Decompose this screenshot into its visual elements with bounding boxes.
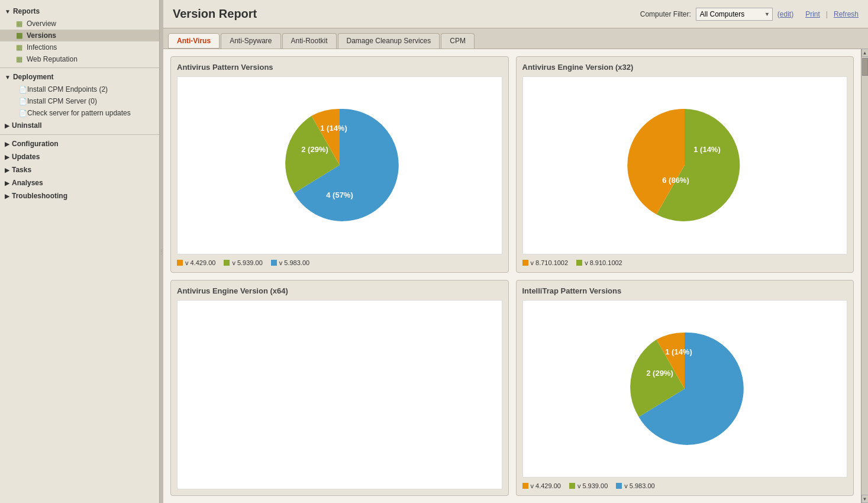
scroll-up-arrow[interactable]: ▲ — [861, 49, 869, 57]
install-cpm-server-icon: 📄 — [19, 98, 27, 105]
print-button[interactable]: Print — [805, 10, 820, 18]
sidebar-item-install-cpm-server[interactable]: 📄 Install CPM Server (0) — [0, 95, 159, 107]
chart-panel-engine-x32: Antivirus Engine Version (x32) 6 (86%) 1… — [516, 56, 854, 273]
sidebar-check-server-label: Check server for pattern updates — [27, 109, 131, 117]
legend-label-orange-1: v 4.429.00 — [185, 259, 215, 266]
legend-label-green-1: v 5.939.00 — [232, 259, 262, 266]
legend-item-orange-it: v 4.429.00 — [522, 482, 561, 489]
sidebar-item-versions[interactable]: ▦ Versions — [0, 30, 159, 41]
infections-icon: ▦ — [14, 43, 24, 51]
pie-label-green-text: 2 (29%) — [301, 145, 328, 154]
tab-antivirus[interactable]: Anti-Virus — [168, 33, 220, 49]
legend-label-orange-x32: v 8.710.1002 — [531, 259, 569, 266]
main-area: Version Report Computer Filter: All Comp… — [163, 0, 868, 503]
legend-dot-blue-it — [616, 483, 622, 489]
legend-dot-orange-1 — [177, 260, 183, 266]
scroll-track — [861, 57, 868, 495]
legend-label-green-x32: v 8.910.1002 — [585, 259, 622, 266]
sidebar-item-infections[interactable]: ▦ Infections — [0, 41, 159, 53]
legend-item-green-x32: v 8.910.1002 — [576, 259, 622, 266]
check-server-icon: 📄 — [19, 109, 27, 117]
sidebar-updates-label: Updates — [12, 153, 40, 161]
chart-grid: Antivirus Pattern Versions — [163, 49, 861, 503]
sidebar-versions-label: Versions — [27, 31, 56, 40]
configuration-arrow-icon: ▶ — [5, 141, 9, 147]
tab-cpm[interactable]: CPM — [441, 33, 475, 49]
sidebar-reports-header[interactable]: ▼ Reports — [0, 5, 159, 18]
computer-filter-select[interactable]: All Computers Group 1 Group 2 — [696, 8, 773, 21]
sidebar-install-cpm-server-label: Install CPM Server (0) — [27, 97, 97, 105]
sidebar-uninstall-label: Uninstall — [12, 121, 42, 130]
legend-dot-orange-it — [522, 483, 528, 489]
sidebar-updates-header[interactable]: ▶ Updates — [0, 150, 159, 163]
sidebar-deployment-label: Deployment — [13, 73, 54, 81]
legend-dot-green-1 — [224, 260, 230, 266]
sidebar-tasks-label: Tasks — [12, 166, 31, 174]
legend-antivirus-pattern: v 4.429.00 v 5.939.00 v 5.983.00 — [177, 259, 502, 266]
tab-damage-cleanup[interactable]: Damage Cleanup Services — [338, 33, 440, 49]
legend-engine-x32: v 8.710.1002 v 8.910.1002 — [522, 259, 848, 266]
chart-title-antivirus-pattern: Antivirus Pattern Versions — [177, 63, 502, 72]
legend-item-blue-1: v 5.983.00 — [271, 259, 309, 266]
filter-select-wrapper: All Computers Group 1 Group 2 — [696, 8, 773, 21]
legend-label-blue-it: v 5.983.00 — [624, 482, 654, 489]
sidebar-divider-1 — [0, 67, 159, 68]
pie-label-orange-x32: 1 (14%) — [693, 145, 721, 154]
legend-item-orange-1: v 4.429.00 — [177, 259, 215, 266]
web-reputation-icon: ▦ — [14, 55, 24, 63]
sidebar-configuration-label: Configuration — [12, 140, 59, 148]
sidebar-item-overview[interactable]: ▦ Overview — [0, 18, 159, 30]
chart-area-engine-x64 — [177, 300, 502, 490]
sidebar-uninstall-header[interactable]: ▶ Uninstall — [0, 119, 159, 132]
sidebar-analyses-header[interactable]: ▶ Analyses — [0, 176, 159, 189]
sidebar-reports-label: Reports — [13, 7, 40, 15]
edit-filter-link[interactable]: (edit) — [777, 10, 793, 18]
tab-antirootkit[interactable]: Anti-Rootkit — [282, 33, 337, 49]
overview-icon: ▦ — [14, 20, 24, 28]
page-title: Version Report — [173, 7, 640, 21]
sidebar-item-check-server[interactable]: 📄 Check server for pattern updates — [0, 107, 159, 119]
legend-label-orange-it: v 4.429.00 — [531, 482, 561, 489]
uninstall-arrow-icon: ▶ — [5, 122, 9, 129]
pie-label-orange-intellitrap: 1 (14%) — [665, 347, 692, 356]
refresh-button[interactable]: Refresh — [834, 10, 859, 18]
chart-panel-engine-x64: Antivirus Engine Version (x64) — [170, 280, 509, 496]
sidebar-configuration-header[interactable]: ▶ Configuration — [0, 137, 159, 150]
analyses-arrow-icon: ▶ — [5, 180, 9, 186]
legend-item-orange-x32: v 8.710.1002 — [522, 259, 569, 266]
reports-arrow-icon: ▼ — [5, 8, 11, 15]
content-wrapper: Antivirus Pattern Versions — [163, 49, 868, 503]
pie-antivirus-pattern: 4 (57%) 2 (29%) 1 (14%) — [178, 77, 502, 254]
scroll-down-arrow[interactable]: ▼ — [861, 495, 869, 503]
sidebar-deployment-header[interactable]: ▼ Deployment — [0, 70, 159, 83]
sidebar-overview-label: Overview — [27, 20, 56, 28]
sidebar: ▼ Reports ▦ Overview ▦ Versions ▦ Infect… — [0, 0, 160, 503]
chart-panel-intellitrap: IntelliTrap Pattern Versions 2 (29%) 1 (… — [516, 280, 854, 496]
legend-dot-orange-x32 — [522, 260, 528, 266]
pie-label-green-intellitrap: 2 (29%) — [646, 369, 673, 378]
sidebar-tasks-header[interactable]: ▶ Tasks — [0, 163, 159, 176]
legend-item-blue-it: v 5.983.00 — [616, 482, 654, 489]
legend-dot-green-it — [569, 483, 575, 489]
sidebar-item-install-cpm-endpoints[interactable]: 📄 Install CPM Endpoints (2) — [0, 83, 159, 95]
updates-arrow-icon: ▶ — [5, 154, 9, 160]
tab-bar: Anti-Virus Anti-Spyware Anti-Rootkit Dam… — [163, 28, 868, 49]
versions-icon: ▦ — [14, 31, 24, 40]
pie-engine-x32: 6 (86%) 1 (14%) — [523, 77, 847, 254]
sidebar-install-cpm-endpoints-label: Install CPM Endpoints (2) — [27, 85, 108, 93]
sidebar-analyses-label: Analyses — [12, 179, 43, 187]
action-separator: | — [826, 10, 828, 18]
scroll-thumb[interactable] — [862, 58, 868, 76]
tasks-arrow-icon: ▶ — [5, 167, 9, 173]
chart-area-antivirus-pattern: 4 (57%) 2 (29%) 1 (14%) — [177, 76, 502, 254]
scrollbar[interactable]: ▲ ▼ — [861, 49, 868, 503]
chart-area-engine-x32: 6 (86%) 1 (14%) — [522, 76, 848, 254]
legend-label-green-it: v 5.939.00 — [577, 482, 608, 489]
chart-title-engine-x32: Antivirus Engine Version (x32) — [522, 63, 848, 72]
pie-intellitrap: 2 (29%) 1 (14%) — [523, 301, 847, 478]
sidebar-troubleshooting-header[interactable]: ▶ Troubleshooting — [0, 189, 159, 202]
tab-antispyware[interactable]: Anti-Spyware — [221, 33, 280, 49]
sidebar-item-web-reputation[interactable]: ▦ Web Reputation — [0, 53, 159, 65]
pie-label-blue-text: 4 (57%) — [326, 191, 353, 199]
install-cpm-endpoints-icon: 📄 — [19, 86, 27, 93]
